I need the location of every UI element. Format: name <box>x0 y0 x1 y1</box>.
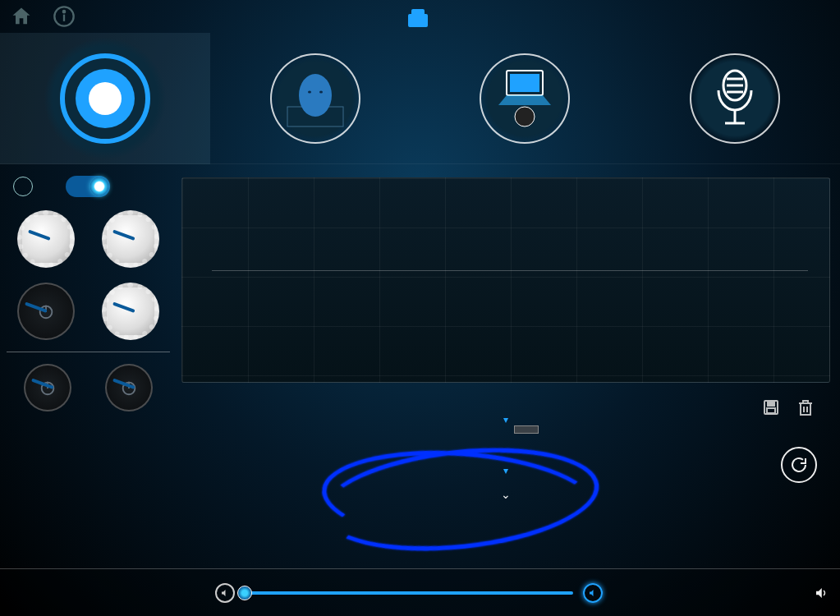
sound-test-button[interactable] <box>806 586 829 600</box>
output-device-select[interactable] <box>503 411 508 426</box>
revive-button[interactable] <box>105 364 153 411</box>
delete-icon[interactable] <box>796 398 815 417</box>
svg-point-12 <box>515 107 535 126</box>
equalizer <box>181 177 830 383</box>
section-title <box>181 164 830 177</box>
details-knob[interactable] <box>102 210 159 268</box>
output-device-row <box>181 411 830 427</box>
svg-rect-26 <box>768 401 774 406</box>
right-speaker-button[interactable] <box>583 583 603 603</box>
help-button[interactable] <box>13 177 33 196</box>
head-icon <box>282 66 348 131</box>
svg-point-8 <box>308 90 311 93</box>
svg-point-21 <box>41 383 53 395</box>
mode-conference[interactable] <box>420 33 631 164</box>
svg-point-5 <box>89 82 122 115</box>
laptop-icon <box>490 64 559 133</box>
sound-icon <box>814 586 829 600</box>
save-icon[interactable] <box>761 398 781 417</box>
midnight-knob[interactable] <box>17 283 75 340</box>
svg-rect-11 <box>510 74 539 92</box>
refresh-button[interactable] <box>781 447 817 483</box>
home-icon[interactable] <box>10 5 33 28</box>
balance-slider[interactable] <box>245 591 573 595</box>
svg-rect-27 <box>767 408 775 413</box>
svg-point-2 <box>63 11 65 12</box>
width-knob[interactable] <box>102 283 159 340</box>
refresh-icon <box>789 455 809 475</box>
left-speaker-button[interactable] <box>215 583 235 603</box>
advanced-toggle[interactable] <box>501 486 511 502</box>
speaker-icon <box>56 49 154 148</box>
master-toggle[interactable] <box>66 176 110 197</box>
svg-point-23 <box>123 383 135 395</box>
speaker-small-icon <box>588 588 598 598</box>
preset-select[interactable] <box>503 462 508 477</box>
svg-rect-28 <box>801 403 810 415</box>
mode-voice[interactable] <box>210 33 420 164</box>
mode-recording[interactable] <box>630 33 840 164</box>
mode-playback[interactable] <box>0 33 210 164</box>
speaker-small-icon <box>220 588 230 598</box>
svg-point-7 <box>299 74 332 117</box>
microphone-icon <box>702 66 768 131</box>
maxxbass-knob[interactable] <box>17 210 75 268</box>
app-title <box>0 3 840 29</box>
svg-point-9 <box>319 90 323 93</box>
info-icon[interactable] <box>53 5 76 28</box>
output-device-option[interactable] <box>514 425 539 434</box>
reduce-noise-button[interactable] <box>24 364 71 411</box>
